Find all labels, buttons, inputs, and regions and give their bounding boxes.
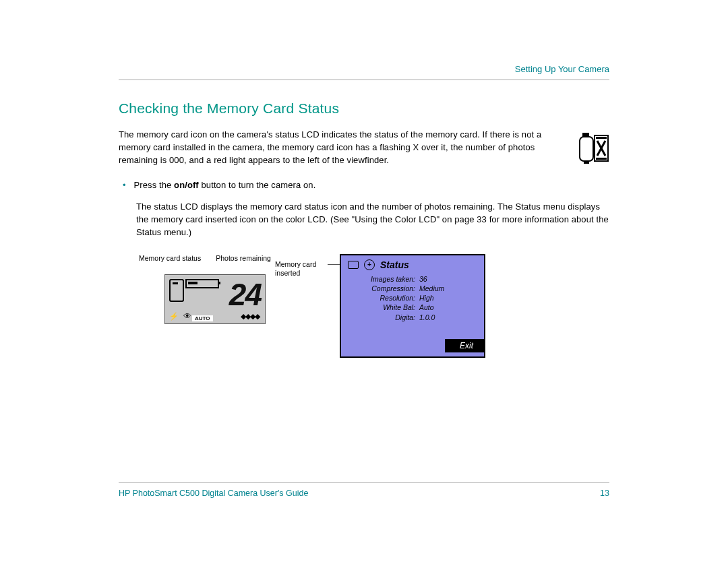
lcd-photo-count: 24	[229, 276, 261, 313]
svg-rect-2	[584, 161, 589, 164]
memory-card-icon	[169, 279, 184, 302]
intro-paragraph: The memory card icon on the camera's sta…	[119, 129, 569, 167]
svg-rect-5	[596, 158, 607, 160]
lcd-label-card-status: Memory card status	[139, 254, 201, 262]
svg-rect-1	[582, 133, 589, 137]
svg-rect-0	[580, 137, 593, 161]
sub-paragraph: The status LCD displays the memory card …	[119, 201, 609, 239]
bullet-dot-icon: •	[123, 179, 126, 192]
redeye-icon: 👁	[183, 311, 191, 321]
page-footer: HP PhotoSmart C500 Digital Camera User's…	[119, 482, 609, 498]
battery-icon	[185, 279, 219, 288]
color-lcd-panel: + Status Images taken:36 Compression:Med…	[340, 254, 485, 358]
card-inserted-icon	[348, 261, 359, 269]
film-canister-x-icon	[578, 131, 609, 166]
section-header: Setting Up Your Camera	[119, 64, 609, 74]
plus-circle-icon: +	[364, 259, 375, 270]
status-lcd-panel: 24 ⚡ 👁 AUTO ◆◆◆◆	[164, 274, 266, 324]
color-lcd-diagram: Memory card inserted + Status Images tak…	[340, 254, 485, 358]
color-lcd-callout-label: Memory card inserted	[275, 260, 329, 277]
color-lcd-status-title: Status	[380, 259, 409, 270]
lcd-quality-diamonds: ◆◆◆◆	[241, 312, 260, 321]
page-title: Checking the Memory Card Status	[119, 100, 609, 117]
bullet-text: Press the on/off button to turn the came…	[134, 179, 316, 192]
svg-rect-4	[596, 137, 607, 139]
footer-guide-title: HP PhotoSmart C500 Digital Camera User's…	[119, 489, 308, 498]
color-lcd-exit-button: Exit	[445, 339, 484, 352]
divider-top	[119, 80, 609, 80]
color-lcd-info-lines: Images taken:36 Compression:Medium Resol…	[341, 273, 484, 322]
lcd-label-photos-remaining: Photos remaining	[216, 254, 271, 262]
divider-bottom	[119, 482, 609, 483]
lcd-auto-label: AUTO	[192, 315, 213, 321]
flash-icon: ⚡	[169, 312, 179, 320]
footer-page-number: 13	[600, 489, 609, 498]
bullet-item: • Press the on/off button to turn the ca…	[119, 179, 609, 192]
